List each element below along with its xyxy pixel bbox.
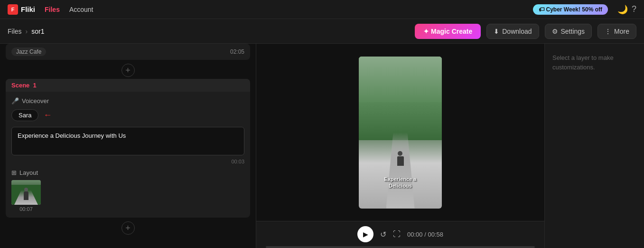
promo-badge[interactable]: 🏷 Cyber Week! 50% off xyxy=(533,4,608,15)
dark-mode-button[interactable]: 🌙 xyxy=(617,4,628,15)
voice-badge[interactable]: Sara xyxy=(11,109,38,121)
time-current: 00:00 xyxy=(407,231,423,238)
breadcrumb-root[interactable]: Files xyxy=(8,28,22,35)
scene-body: 🎤 Voiceover Sara ← Experience a Deliciou… xyxy=(6,92,250,218)
download-button[interactable]: ⬇ Download xyxy=(486,24,539,39)
download-icon: ⬇ xyxy=(494,28,499,35)
video-frame: Experience a Delicious xyxy=(359,57,442,209)
replay-button[interactable]: ↺ xyxy=(380,230,386,239)
promo-icon: 🏷 xyxy=(539,6,544,13)
scene-word: Scene xyxy=(11,82,29,89)
breadcrumb: Files › sor1 xyxy=(8,28,44,35)
logo-text: Fliki xyxy=(21,5,35,13)
thumbnail-image xyxy=(11,180,41,205)
logo[interactable]: F Fliki xyxy=(8,4,35,15)
nav-files-link[interactable]: Files xyxy=(45,6,60,13)
progress-bar[interactable] xyxy=(266,246,535,248)
voiceover-section-header: 🎤 Voiceover xyxy=(11,97,244,105)
video-controls: ▶ ↺ ⛶ 00:00 / 00:58 xyxy=(256,221,544,248)
scene-label: Scene 1 xyxy=(11,82,37,89)
settings-button[interactable]: ⚙ Settings xyxy=(545,24,592,39)
voiceover-text-input[interactable]: Experience a Delicious Journey with Us xyxy=(11,127,244,155)
prev-scene-card: Jazz Cafe 02:05 xyxy=(6,44,250,60)
download-label: Download xyxy=(502,28,532,35)
video-preview: Experience a Delicious xyxy=(353,44,448,221)
layout-section: ⊞ Layout xyxy=(11,169,244,212)
prev-scene-time: 02:05 xyxy=(230,48,244,55)
top-nav: F Fliki Files Account 🏷 Cyber Week! 50% … xyxy=(0,0,644,19)
arrow-indicator: ← xyxy=(43,110,52,120)
breadcrumb-current: sor1 xyxy=(31,28,44,35)
layout-thumbnail-container[interactable]: 00:07 xyxy=(11,180,41,212)
video-subtitle: Experience a Delicious xyxy=(359,176,442,190)
right-panel: Select a layer to make customizations. xyxy=(544,44,644,248)
fullscreen-button[interactable]: ⛶ xyxy=(393,230,401,238)
add-scene-icon[interactable]: + xyxy=(121,64,135,77)
add-scene-bottom-icon[interactable]: + xyxy=(121,221,135,235)
nav-account-link[interactable]: Account xyxy=(69,6,93,13)
scene-header: Scene 1 xyxy=(6,79,250,92)
gear-icon: ⚙ xyxy=(552,28,558,35)
center-panel: Experience a Delicious ▶ ↺ ⛶ 00:00 xyxy=(256,44,544,248)
scene-card: Scene 1 🎤 Voiceover Sara ← Experience a … xyxy=(6,79,250,218)
logo-icon: F xyxy=(8,4,18,15)
text-duration: 00:03 xyxy=(11,159,244,164)
magic-create-button[interactable]: ✦ Magic Create xyxy=(415,24,481,39)
scene-number: 1 xyxy=(33,82,37,89)
subtitle-line1: Experience a xyxy=(359,176,442,182)
road-overlay xyxy=(386,133,415,209)
person xyxy=(397,151,404,166)
microphone-icon: 🎤 xyxy=(11,97,19,105)
toolbar: Files › sor1 ✦ Magic Create ⬇ Download ⚙… xyxy=(0,19,644,44)
more-button[interactable]: ⋮ More xyxy=(597,24,636,39)
prev-scene-name: Jazz Cafe xyxy=(11,48,46,56)
layout-thumbnail xyxy=(11,180,41,205)
time-display: 00:00 / 00:58 xyxy=(407,231,443,238)
customization-placeholder: Select a layer to make customizations. xyxy=(552,53,636,72)
play-button[interactable]: ▶ xyxy=(357,226,373,242)
settings-label: Settings xyxy=(561,28,585,35)
layout-grid-icon: ⊞ xyxy=(11,169,17,176)
controls-row: ▶ ↺ ⛶ 00:00 / 00:58 xyxy=(266,226,535,242)
sky-bg xyxy=(359,57,442,102)
thumbnail-duration: 00:07 xyxy=(11,206,41,212)
left-panel: Jazz Cafe 02:05 + Scene 1 🎤 Voiceover xyxy=(0,44,256,248)
breadcrumb-separator: › xyxy=(26,28,28,35)
subtitle-line2: Delicious xyxy=(359,182,442,189)
more-label: More xyxy=(614,28,629,35)
main-content: Jazz Cafe 02:05 + Scene 1 🎤 Voiceover xyxy=(0,44,644,248)
add-scene-bottom[interactable]: + xyxy=(0,221,256,235)
help-button[interactable]: ? xyxy=(632,4,636,14)
play-icon: ▶ xyxy=(363,230,368,238)
voice-selector: Sara ← xyxy=(11,109,244,121)
more-dots-icon: ⋮ xyxy=(605,28,611,35)
add-scene-between[interactable]: + xyxy=(0,64,256,77)
video-background: Experience a Delicious xyxy=(359,57,442,209)
replay-icon: ↺ xyxy=(380,230,386,238)
voiceover-label: Voiceover xyxy=(22,97,49,105)
layout-label: Layout xyxy=(19,169,38,176)
promo-text: Cyber Week! 50% off xyxy=(546,6,602,13)
fullscreen-icon: ⛶ xyxy=(393,230,401,238)
time-total: 00:58 xyxy=(428,231,443,238)
layout-header: ⊞ Layout xyxy=(11,169,244,176)
